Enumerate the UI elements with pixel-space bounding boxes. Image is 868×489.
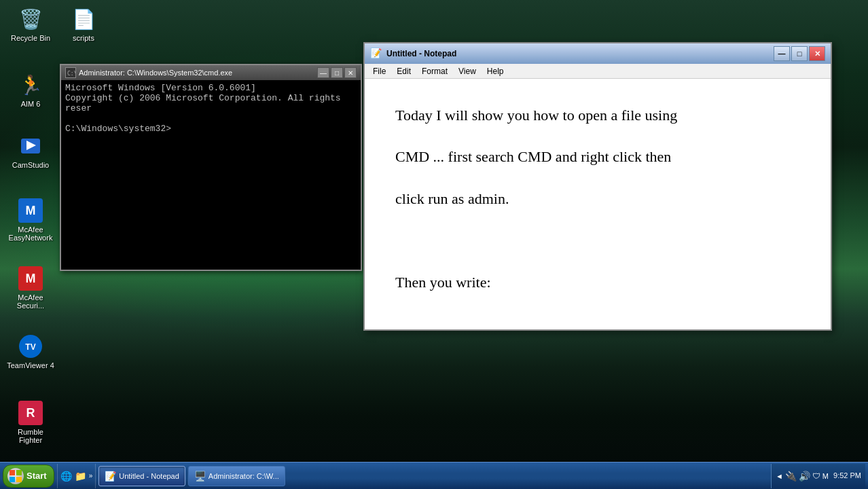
quick-launch-area: 🌐 📁 »: [57, 464, 96, 488]
taskbar-notepad-icon: 📝: [105, 471, 116, 482]
notepad-menu-view[interactable]: View: [453, 65, 482, 77]
cmd-line-3: [65, 113, 357, 124]
recycle-bin-icon: 🗑️: [17, 5, 44, 33]
notepad-menu-edit[interactable]: Edit: [391, 65, 416, 77]
scripts-label: scripts: [73, 34, 94, 42]
notepad-menu-file[interactable]: File: [367, 65, 391, 77]
svg-rect-13: [16, 470, 22, 475]
svg-text:M: M: [26, 272, 36, 285]
notepad-window[interactable]: 📝 Untitled - Notepad — □ ✕ File Edit For…: [363, 42, 832, 331]
tray-network-icon[interactable]: 🔌: [785, 471, 797, 482]
mcafee-sec-icon: M: [17, 265, 44, 292]
notepad-minimize-button[interactable]: —: [774, 46, 790, 61]
notepad-window-icon: 📝: [370, 48, 382, 60]
aim6-label: AIM 6: [21, 100, 41, 108]
quick-launch-folder[interactable]: 📁: [75, 471, 86, 482]
cmd-minimize-button[interactable]: —: [317, 67, 329, 78]
cmd-line-2: Copyright (c) 2006 Microsoft Corporation…: [65, 93, 357, 113]
svg-rect-12: [10, 470, 15, 475]
cmd-titlebar: C:\ Administrator: C:\Windows\System32\c…: [61, 65, 361, 80]
taskbar: Start 🌐 📁 » 📝 Untitled - Notepad 🖥️ Admi…: [0, 462, 868, 489]
cmd-title: Administrator: C:\Windows\System32\cmd.e…: [79, 69, 314, 77]
tray-volume-icon[interactable]: 🔊: [799, 471, 810, 482]
rumble-icon: R: [17, 399, 44, 427]
notepad-titlebar: 📝 Untitled - Notepad — □ ✕: [365, 43, 831, 64]
tray-arrow-icon[interactable]: ◄: [776, 472, 783, 480]
taskbar-cmd-button[interactable]: 🖥️ Administrator: C:\W...: [188, 466, 285, 486]
desktop-icon-recycle-bin[interactable]: 🗑️ Recycle Bin: [7, 5, 54, 42]
cmd-window[interactable]: C:\ Administrator: C:\Windows\System32\c…: [60, 64, 362, 271]
notepad-menu-format[interactable]: Format: [416, 65, 453, 77]
svg-text:C:\: C:\: [67, 71, 75, 77]
notepad-text-line1: Today I will show you how to open a file…: [395, 107, 677, 124]
windows-logo: [7, 468, 24, 484]
start-button[interactable]: Start: [3, 465, 54, 488]
mcafee-sec-label: McAfeeSecuri...: [17, 293, 44, 310]
cmd-close-button[interactable]: ✕: [344, 67, 357, 78]
desktop-icon-mcafee-sec[interactable]: M McAfeeSecuri...: [7, 265, 54, 310]
notepad-title: Untitled - Notepad: [386, 49, 770, 58]
cmd-window-icon: C:\: [65, 67, 76, 78]
quick-launch-ie[interactable]: 🌐: [60, 471, 72, 482]
cmd-content: Microsoft Windows [Version 6.0.6001] Cop…: [61, 80, 361, 270]
desktop-icon-camstudio[interactable]: CamStudio: [7, 132, 54, 169]
notepad-window-buttons: — □ ✕: [774, 46, 825, 61]
notepad-menu-help[interactable]: Help: [482, 65, 509, 77]
svg-text:M: M: [26, 204, 36, 217]
rumble-label: RumbleFighter: [18, 428, 43, 444]
cmd-line-4: C:\Windows\system32>: [65, 124, 357, 134]
svg-text:TV: TV: [25, 342, 35, 352]
desktop-icon-rumble[interactable]: R RumbleFighter: [7, 399, 54, 444]
desktop-icon-aim6[interactable]: 🏃 AIM 6: [7, 71, 54, 108]
notepad-text-line5: Then you write:: [395, 274, 491, 291]
start-label: Start: [26, 471, 47, 481]
camstudio-icon: [17, 132, 44, 160]
notepad-text-area[interactable]: Today I will show you how to open a file…: [365, 79, 831, 329]
cmd-line-1: Microsoft Windows [Version 6.0.6001]: [65, 83, 357, 93]
desktop-icon-teamviewer[interactable]: TV TeamViewer 4: [7, 333, 54, 369]
camstudio-label: CamStudio: [12, 161, 49, 169]
taskbar-notepad-button[interactable]: 📝 Untitled - Notepad: [98, 466, 185, 486]
tray-security-icon[interactable]: 🛡: [812, 471, 820, 481]
cmd-maximize-button[interactable]: □: [331, 67, 343, 78]
notepad-close-button[interactable]: ✕: [809, 46, 825, 61]
scripts-icon: 📄: [70, 5, 97, 33]
aim6-icon: 🏃: [17, 71, 44, 98]
svg-rect-14: [10, 477, 15, 482]
desktop: 🗑️ Recycle Bin 📄 scripts 🏃 AIM 6 CamStud…: [0, 0, 868, 489]
system-clock: 9:52 PM: [833, 471, 861, 481]
taskbar-cmd-icon: 🖥️: [194, 471, 206, 482]
mcafee-easy-icon: M: [17, 197, 44, 224]
notepad-text-line2: CMD ... first search CMD and right click…: [395, 148, 671, 165]
taskbar-notepad-label: Untitled - Notepad: [119, 472, 179, 480]
teamviewer-icon: TV: [17, 333, 44, 360]
desktop-icon-scripts[interactable]: 📄 scripts: [60, 5, 107, 42]
notepad-maximize-button[interactable]: □: [791, 46, 808, 61]
desktop-icon-mcafee-easy[interactable]: M McAfeeEasyNetwork: [7, 197, 54, 242]
quick-launch-arrow[interactable]: »: [89, 472, 93, 479]
tray-antivirus-icon[interactable]: M: [822, 472, 829, 480]
taskbar-cmd-label: Administrator: C:\W...: [209, 472, 279, 480]
cmd-window-buttons: — □ ✕: [317, 67, 357, 78]
recycle-bin-label: Recycle Bin: [11, 34, 50, 42]
system-tray: ◄ 🔌 🔊 🛡 M 9:52 PM: [771, 464, 865, 488]
svg-text:R: R: [26, 406, 35, 420]
notepad-text-line3: click run as admin.: [395, 190, 509, 207]
notepad-menubar: File Edit Format View Help: [365, 64, 831, 79]
svg-rect-15: [16, 477, 22, 482]
teamviewer-label: TeamViewer 4: [7, 361, 54, 369]
mcafee-easy-label: McAfeeEasyNetwork: [9, 225, 53, 242]
